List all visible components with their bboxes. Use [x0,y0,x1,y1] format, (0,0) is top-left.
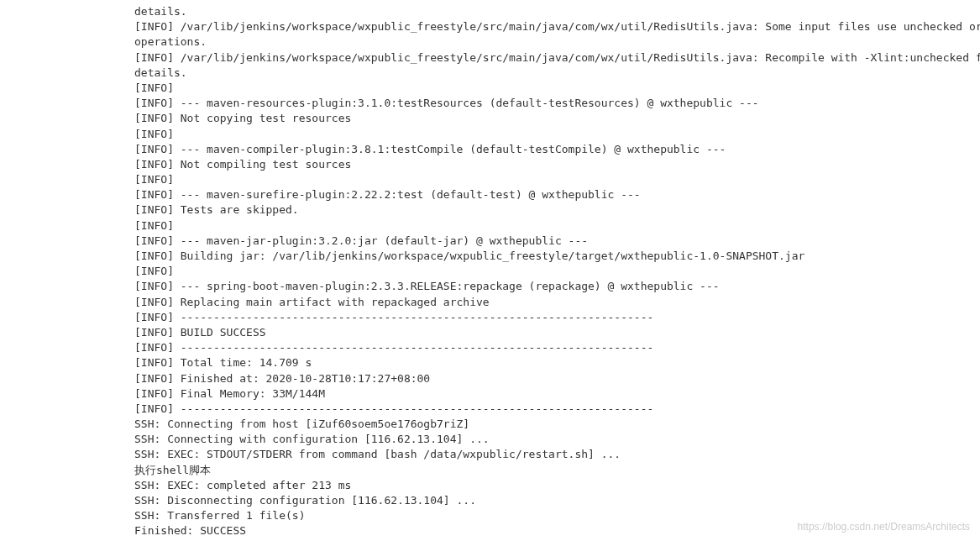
console-line: details. [134,4,980,19]
console-line: [INFO] Replacing main artifact with repa… [134,295,980,310]
console-line: [INFO] [134,127,980,142]
console-line: [INFO] /var/lib/jenkins/workspace/wxpubl… [134,50,980,66]
console-line: SSH: Disconnecting configuration [116.62… [134,493,980,508]
console-line: [INFO] ---------------------------------… [134,402,980,417]
console-line: SSH: EXEC: completed after 213 ms [134,478,980,493]
console-line: SSH: Connecting with configuration [116.… [134,432,980,447]
console-line: [INFO] BUILD SUCCESS [134,325,980,340]
console-line: [INFO] [134,264,980,279]
console-line: [INFO] Final Memory: 33M/144M [134,386,980,402]
console-line: Finished: SUCCESS [134,523,980,538]
console-line: [INFO] /var/lib/jenkins/workspace/wxpubl… [134,19,980,34]
console-line: SSH: Connecting from host [iZuf60soem5oe… [134,417,980,432]
console-line: [INFO] [134,218,980,234]
console-line: SSH: Transferred 1 file(s) [134,508,980,523]
console-line: [INFO] [134,81,980,96]
console-line: [INFO] Not copying test resources [134,111,980,126]
console-line: operations. [134,34,980,50]
console-line: [INFO] Finished at: 2020-10-28T10:17:27+… [134,371,980,386]
console-line: [INFO] ---------------------------------… [134,340,980,355]
console-line: 执行shell脚本 [134,463,980,478]
console-line: [INFO] [134,172,980,187]
console-line: details. [134,66,980,81]
console-line: [INFO] Building jar: /var/lib/jenkins/wo… [134,249,980,264]
console-line: [INFO] --- maven-jar-plugin:3.2.0:jar (d… [134,234,980,249]
console-line: [INFO] Not compiling test sources [134,157,980,172]
console-line: SSH: EXEC: STDOUT/STDERR from command [b… [134,447,980,462]
console-line: [INFO] Tests are skipped. [134,202,980,218]
console-line: [INFO] --- maven-surefire-plugin:2.22.2:… [134,187,980,202]
console-line: [INFO] --- spring-boot-maven-plugin:2.3.… [134,279,980,294]
console-output: details.[INFO] /var/lib/jenkins/workspac… [134,4,980,539]
console-line: [INFO] Total time: 14.709 s [134,355,980,370]
console-line: [INFO] --- maven-resources-plugin:3.1.0:… [134,96,980,111]
console-line: [INFO] ---------------------------------… [134,310,980,325]
console-line: [INFO] --- maven-compiler-plugin:3.8.1:t… [134,142,980,157]
